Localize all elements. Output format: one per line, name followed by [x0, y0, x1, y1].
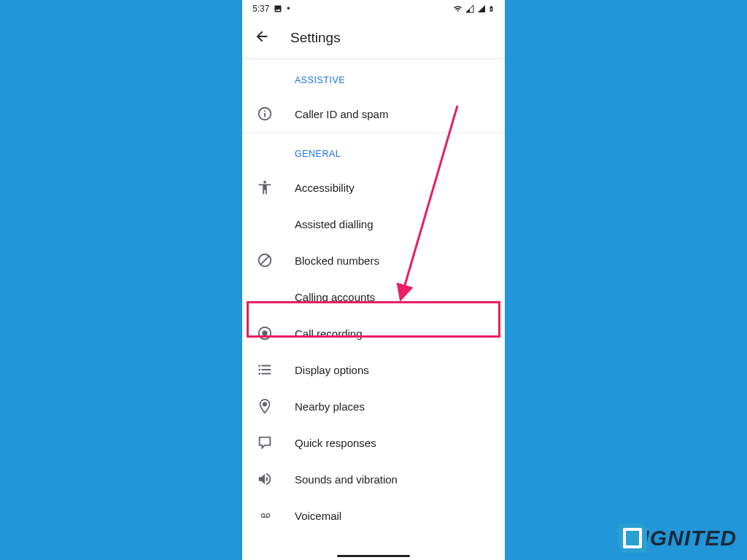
volume-icon — [257, 471, 295, 487]
item-label: Call recording — [295, 327, 363, 340]
voicemail-icon — [257, 510, 295, 521]
list-icon — [257, 362, 295, 378]
item-label: Nearby places — [295, 400, 365, 413]
block-icon — [257, 252, 295, 268]
item-label: Assisted dialling — [295, 218, 374, 230]
location-icon — [257, 398, 295, 414]
section-header-general: GENERAL — [242, 133, 505, 169]
status-time: 5:37 — [252, 4, 269, 14]
back-icon[interactable] — [254, 28, 270, 47]
app-bar: Settings — [242, 18, 505, 59]
item-sounds-vibration[interactable]: Sounds and vibration — [242, 461, 505, 497]
phone-frame: 5:37 • Settings ASSISTIVE Caller ID and … — [242, 0, 505, 560]
record-icon — [257, 325, 295, 341]
accessibility-icon — [257, 179, 295, 195]
item-label: Calling accounts — [295, 291, 375, 303]
status-dot: • — [287, 4, 290, 14]
item-blocked-numbers[interactable]: Blocked numbers — [242, 242, 505, 279]
section-header-assistive: ASSISTIVE — [242, 59, 505, 96]
signal-2-icon — [476, 4, 487, 13]
svg-point-4 — [266, 514, 270, 518]
item-display-options[interactable]: Display options — [242, 351, 505, 388]
item-label: Caller ID and spam — [295, 108, 388, 120]
chat-icon — [257, 435, 295, 451]
watermark-logo: IGNITED — [618, 524, 737, 553]
info-icon — [257, 106, 295, 122]
signal-1-icon — [465, 4, 475, 13]
item-calling-accounts[interactable]: Calling accounts — [242, 279, 505, 315]
battery-icon — [488, 4, 495, 14]
item-label: Accessibility — [295, 182, 355, 194]
item-label: Quick responses — [295, 437, 376, 449]
picture-icon — [274, 4, 282, 13]
item-label: Sounds and vibration — [295, 473, 398, 486]
page-title: Settings — [290, 30, 341, 46]
item-accessibility[interactable]: Accessibility — [242, 169, 505, 206]
item-quick-responses[interactable]: Quick responses — [242, 424, 505, 461]
svg-point-1 — [262, 330, 267, 335]
svg-point-3 — [261, 514, 265, 518]
item-call-recording[interactable]: Call recording — [242, 315, 505, 351]
svg-point-2 — [263, 402, 266, 405]
item-voicemail[interactable]: Voicemail — [242, 497, 505, 534]
item-label: Display options — [295, 364, 369, 376]
status-bar: 5:37 • — [242, 0, 505, 18]
item-assisted-dialling[interactable]: Assisted dialling — [242, 206, 505, 242]
item-nearby-places[interactable]: Nearby places — [242, 388, 505, 424]
item-label: Voicemail — [295, 510, 341, 522]
item-caller-id-spam[interactable]: Caller ID and spam — [242, 96, 505, 132]
wifi-icon — [452, 4, 463, 13]
navigation-handle[interactable] — [337, 555, 410, 557]
watermark-text: IGNITED — [643, 526, 737, 551]
item-label: Blocked numbers — [295, 254, 379, 267]
